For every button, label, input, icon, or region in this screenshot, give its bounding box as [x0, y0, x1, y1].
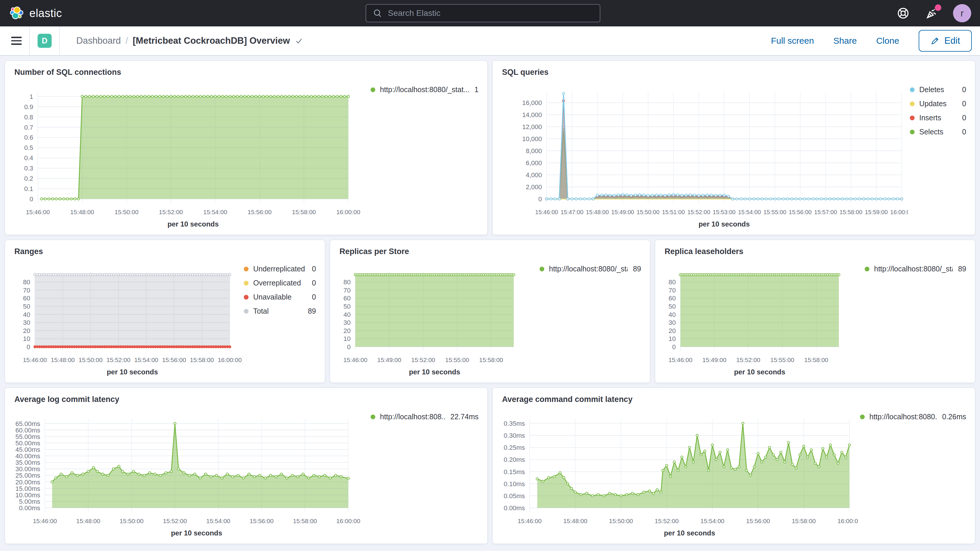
legend-item[interactable]: http://localhost:8080/_stat...1 — [371, 85, 479, 94]
divider — [29, 26, 30, 55]
svg-text:35.00ms: 35.00ms — [16, 459, 40, 466]
replica-leaseholders-chart[interactable]: 0102030405060708015:46:0015:49:0015:52:0… — [655, 260, 863, 382]
panel-number-of-sql-connections: Number of SQL connections 00.10.20.30.40… — [5, 61, 488, 235]
share-button[interactable]: Share — [833, 36, 857, 46]
legend-item[interactable]: Overreplicated0 — [244, 279, 316, 287]
pencil-icon — [931, 36, 940, 46]
dashboard-title-check-icon[interactable] — [294, 37, 303, 45]
news-feed-button[interactable] — [924, 6, 940, 21]
svg-text:15:54:00: 15:54:00 — [203, 209, 228, 215]
dashboard-toolbar: D Dashboard / [Metricbeat CockroachDB] O… — [0, 26, 980, 56]
dashboard-grid: Number of SQL connections 00.10.20.30.40… — [0, 56, 980, 549]
svg-text:15:46:00: 15:46:00 — [535, 209, 558, 215]
full-screen-button[interactable]: Full screen — [771, 36, 814, 46]
svg-text:10: 10 — [23, 335, 30, 342]
svg-text:45.00ms: 45.00ms — [16, 446, 40, 453]
svg-text:15:56:00: 15:56:00 — [248, 209, 272, 215]
svg-text:60: 60 — [344, 295, 351, 302]
sql-queries-chart[interactable]: 02,0004,0006,0008,00010,00012,00014,0001… — [493, 80, 908, 235]
legend-item[interactable]: http://localhost:8080...0.26ms — [860, 412, 966, 421]
svg-text:50.00ms: 50.00ms — [16, 440, 40, 447]
svg-text:2,000: 2,000 — [526, 183, 542, 191]
sql-connections-chart[interactable]: 00.10.20.30.40.50.60.70.80.9115:46:0015:… — [5, 80, 369, 235]
legend-series-label: http://localhost:8080/_sta... — [874, 264, 953, 273]
legend-item[interactable]: http://localhost:808...22.74ms — [371, 412, 479, 421]
svg-text:15:52:00: 15:52:00 — [655, 518, 679, 524]
panel-title: Replica leaseholders — [655, 240, 975, 260]
legend-item[interactable]: Selects0 — [910, 127, 966, 136]
legend-item[interactable]: Unavailable0 — [244, 293, 316, 301]
svg-text:0.4: 0.4 — [24, 154, 33, 162]
edit-button[interactable]: Edit — [919, 30, 972, 52]
breadcrumb-dashboard-link[interactable]: Dashboard — [76, 35, 121, 46]
legend-series-dot — [244, 281, 248, 285]
svg-text:0.30ms: 0.30ms — [504, 432, 525, 439]
legend-series-dot — [910, 130, 915, 134]
svg-text:15:58:00: 15:58:00 — [479, 357, 503, 363]
svg-text:15:53:00: 15:53:00 — [713, 209, 736, 215]
legend-series-dot — [244, 267, 248, 271]
legend-series-dot — [865, 267, 869, 271]
svg-text:15:46:00: 15:46:00 — [26, 209, 50, 215]
user-avatar[interactable]: r — [953, 4, 971, 22]
legend-item[interactable]: Deletes0 — [910, 85, 966, 94]
panel-title: Average command commit latency — [493, 388, 975, 407]
svg-text:15:55:00: 15:55:00 — [770, 357, 794, 363]
legend-item[interactable]: Total89 — [244, 307, 316, 315]
dashboard-badge[interactable]: D — [38, 34, 52, 48]
svg-text:15:49:00: 15:49:00 — [702, 357, 727, 363]
svg-text:30: 30 — [23, 319, 30, 326]
legend-item[interactable]: Inserts0 — [910, 113, 966, 122]
svg-text:15:48:00: 15:48:00 — [563, 518, 587, 524]
avg-command-commit-latency-chart[interactable]: 0.00ms0.05ms0.10ms0.15ms0.20ms0.25ms0.30… — [493, 407, 858, 544]
panel-title: Replicas per Store — [330, 240, 650, 260]
replicas-per-store-chart[interactable]: 0102030405060708015:46:0015:49:0015:52:0… — [330, 260, 538, 382]
legend-series-value: 0 — [962, 127, 966, 136]
svg-text:15:54:00: 15:54:00 — [738, 209, 761, 215]
svg-text:15:47:00: 15:47:00 — [560, 209, 583, 215]
svg-text:15:49:00: 15:49:00 — [611, 209, 634, 215]
svg-text:0.8: 0.8 — [24, 113, 33, 121]
svg-text:15:58:00: 15:58:00 — [292, 209, 316, 215]
svg-text:25.00ms: 25.00ms — [16, 472, 40, 479]
help-button[interactable] — [896, 6, 911, 21]
search-input[interactable] — [388, 8, 593, 18]
ranges-chart[interactable]: 0102030405060708015:46:0015:48:0015:50:0… — [5, 260, 242, 382]
svg-text:4,000: 4,000 — [526, 171, 542, 179]
svg-text:15:50:00: 15:50:00 — [79, 357, 103, 363]
global-search[interactable] — [366, 4, 600, 22]
svg-text:0.35ms: 0.35ms — [504, 420, 525, 427]
svg-text:15:56:00: 15:56:00 — [250, 518, 274, 524]
clone-button[interactable]: Clone — [876, 36, 899, 46]
panel-sql-queries: SQL queries 02,0004,0006,0008,00010,0001… — [492, 61, 975, 235]
legend-series-value: 0 — [962, 85, 966, 94]
svg-text:0.10ms: 0.10ms — [504, 480, 525, 487]
menu-button[interactable] — [11, 37, 22, 45]
avg-log-commit-latency-chart[interactable]: 0.00ms5.00ms10.00ms15.00ms20.00ms25.00ms… — [5, 407, 369, 544]
svg-text:15:54:00: 15:54:00 — [134, 357, 158, 363]
legend-item[interactable]: Updates0 — [910, 99, 966, 108]
legend-series-label: Overreplicated — [253, 279, 307, 287]
legend-series-label: http://localhost:8080/_stat... — [380, 85, 469, 94]
svg-text:15:55:00: 15:55:00 — [764, 209, 786, 215]
legend-item[interactable]: http://localhost:8080/_sta...89 — [865, 264, 966, 273]
svg-text:16:00:00: 16:00:00 — [336, 518, 360, 524]
legend-item[interactable]: http://localhost:8080/_sta...89 — [539, 264, 641, 273]
legend-item[interactable]: Underreplicated0 — [244, 264, 316, 273]
chart-legend: http://localhost:8080/_sta...89 — [863, 260, 975, 382]
svg-text:30.00ms: 30.00ms — [16, 465, 40, 473]
svg-text:60: 60 — [23, 295, 30, 302]
panel-title: SQL queries — [493, 61, 975, 80]
elastic-logo[interactable]: elastic — [10, 6, 62, 20]
svg-text:15.00ms: 15.00ms — [16, 485, 40, 492]
svg-text:15:58:00: 15:58:00 — [792, 518, 816, 524]
panel-replica-leaseholders: Replica leaseholders 0102030405060708015… — [655, 240, 975, 383]
svg-text:50: 50 — [669, 303, 676, 310]
legend-series-value: 22.74ms — [450, 412, 479, 421]
legend-series-label: Unavailable — [253, 293, 307, 301]
svg-text:per 10 seconds: per 10 seconds — [167, 220, 219, 228]
chart-legend: http://localhost:8080/_stat...1 — [369, 80, 487, 235]
svg-text:40: 40 — [669, 311, 676, 318]
svg-text:80: 80 — [23, 279, 30, 286]
legend-series-label: Updates — [919, 99, 957, 108]
